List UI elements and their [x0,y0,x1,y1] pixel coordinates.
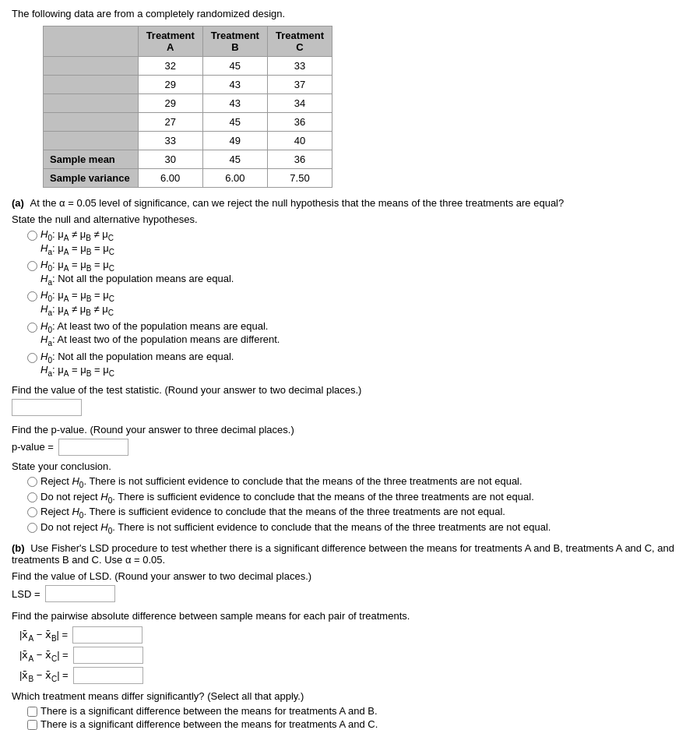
conclusion-option-3: Reject H0. There is sufficient evidence … [27,506,688,520]
pair-ac-label: |x̄A − x̄C| = [19,649,69,663]
hypothesis-radio-3[interactable] [27,291,37,302]
table-row: 33 49 40 [44,132,332,150]
pvalue-input[interactable] [58,439,128,456]
table-row: 32 45 33 [44,57,332,76]
which-label: Which treatment means differ significant… [12,690,688,702]
col-header-a: TreatmentA [138,26,202,57]
conclusion-radio-4[interactable] [27,523,37,533]
hypothesis-radio-4[interactable] [27,323,37,333]
checkbox-ac: There is a significant difference betwee… [27,718,688,730]
part-a-section: (a) At the α = 0.05 level of significanc… [12,197,688,534]
table-row: 29 43 34 [44,94,332,113]
pvalue-row: p-value = [12,439,688,456]
part-a-question: (a) At the α = 0.05 level of significanc… [12,197,688,209]
table-row: 29 43 37 [44,76,332,94]
part-b-question: (b) Use Fisher's LSD procedure to test w… [12,542,688,566]
state-hypotheses-label: State the null and alternative hypothese… [12,213,688,225]
intro-text: The following data are from a completely… [12,8,688,19]
hypothesis-radio-1[interactable] [27,231,37,241]
pvalue-label: Find the p-value. (Round your answer to … [12,424,688,436]
pair-ac-row: |x̄A − x̄C| = [19,647,688,664]
lsd-prefix: LSD = [12,588,40,600]
hypothesis-option-2: H0: μA = μB = μC Ha: Not all the populat… [27,259,688,286]
col-header-b: TreatmentB [202,26,267,57]
checkbox-ac-input[interactable] [27,720,37,730]
lsd-label: Find the value of LSD. (Round your answe… [12,570,688,582]
conclusion-label: State your conclusion. [12,460,688,472]
col-header-empty [44,26,139,57]
pair-bc-label: |x̄B − x̄C| = [19,669,69,683]
test-stat-input[interactable] [12,399,82,416]
hypothesis-option-4: H0: At least two of the population means… [27,320,688,347]
sample-mean-row: Sample mean 30 45 36 [44,150,332,169]
test-stat-label: Find the value of the test statistic. (R… [12,384,688,396]
conclusion-option-2: Do not reject H0. There is sufficient ev… [27,491,688,505]
conclusion-option-1: Reject H0. There is not sufficient evide… [27,475,688,489]
pair-ab-row: |x̄A − x̄B| = [19,626,688,644]
checkbox-ab-input[interactable] [27,707,37,717]
hypothesis-option-1: H0: μA ≠ μB ≠ μC Ha: μA = μB = μC [27,228,688,256]
hypothesis-option-5: H0: Not all the population means are equ… [27,351,688,378]
part-b-section: (b) Use Fisher's LSD procedure to test w… [12,542,688,730]
pair-bc-row: |x̄B − x̄C| = [19,667,688,684]
pair-bc-input[interactable] [73,667,143,684]
hypothesis-radio-2[interactable] [27,261,37,271]
pair-ac-input[interactable] [73,647,143,664]
conclusion-radio-2[interactable] [27,492,37,503]
col-header-c: TreatmentC [267,26,332,57]
lsd-input[interactable] [45,585,115,602]
pair-ab-input[interactable] [72,626,142,644]
sample-variance-row: Sample variance 6.00 6.00 7.50 [44,169,332,188]
conclusion-radio-1[interactable] [27,477,37,487]
pair-ab-label: |x̄A − x̄B| = [19,629,68,643]
conclusion-radio-3[interactable] [27,507,37,517]
table-row: 27 45 36 [44,113,332,132]
pvalue-prefix: p-value = [12,441,54,453]
checkbox-ab: There is a significant difference betwee… [27,705,688,717]
hypothesis-option-3: H0: μA = μB = μC Ha: μA ≠ μB ≠ μC [27,289,688,316]
pairwise-label: Find the pairwise absolute difference be… [12,610,688,622]
conclusion-option-4: Do not reject H0. There is not sufficien… [27,521,688,535]
hypothesis-radio-5[interactable] [27,353,37,363]
data-table: TreatmentA TreatmentB TreatmentC 32 45 3… [43,26,332,188]
